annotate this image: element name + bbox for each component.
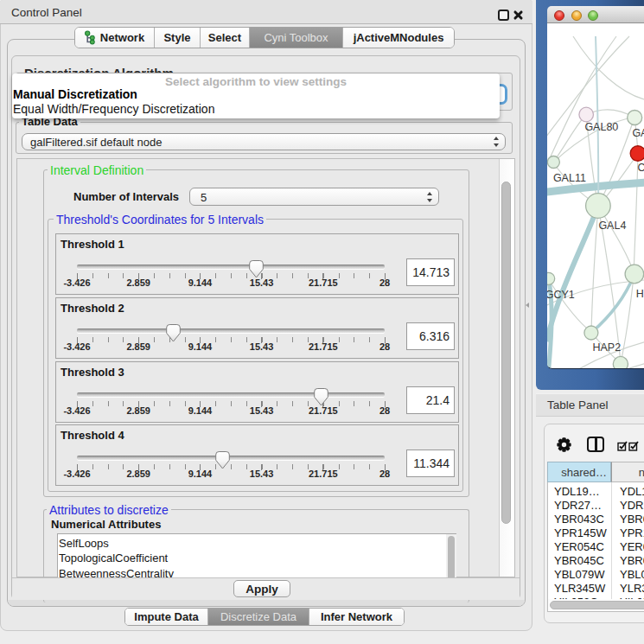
svg-text:GA: GA	[632, 127, 644, 139]
svg-text:GAL80: GAL80	[584, 121, 618, 133]
svg-text:GAL11: GAL11	[553, 172, 586, 184]
svg-text:H: H	[636, 288, 644, 300]
svg-text:HAP2: HAP2	[593, 341, 622, 354]
svg-text:GAL4: GAL4	[598, 220, 626, 232]
svg-text:GCY1: GCY1	[547, 289, 575, 301]
svg-text:CR: CR	[637, 162, 644, 174]
